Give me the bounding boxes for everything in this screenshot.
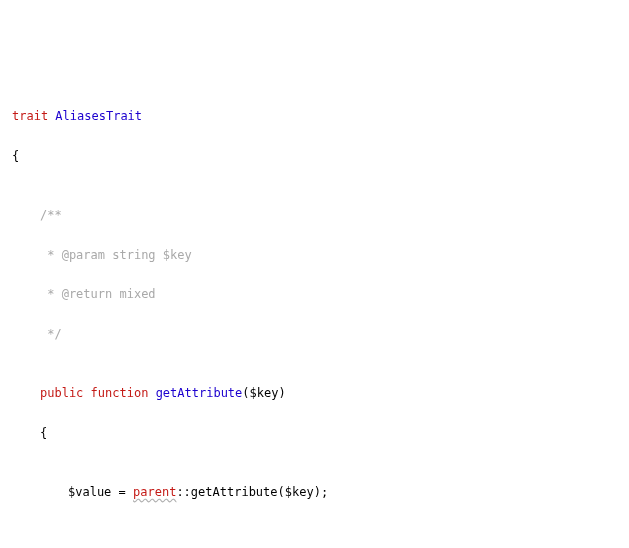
code-line: trait AliasesTrait	[12, 107, 617, 127]
kw-parent: parent	[133, 485, 176, 499]
fn-name: getAttribute	[156, 386, 243, 400]
doc-close: */	[12, 325, 617, 345]
kw-trait: trait	[12, 109, 48, 123]
stmt: $value = parent::getAttribute($key);	[12, 483, 617, 503]
dcolon: ::	[176, 485, 190, 499]
brace-open: {	[12, 147, 617, 167]
tail: ($key);	[278, 485, 329, 499]
assign: $value =	[68, 485, 133, 499]
doc-open: /**	[12, 206, 617, 226]
doc-param: * @param string $key	[12, 246, 617, 266]
doc-return: * @return mixed	[12, 285, 617, 305]
trait-name: AliasesTrait	[55, 109, 142, 123]
fn-params: ($key)	[242, 386, 285, 400]
kw-function: function	[91, 386, 149, 400]
blank-line	[12, 523, 617, 543]
kw-public: public	[40, 386, 83, 400]
call: getAttribute	[191, 485, 278, 499]
brace-open: {	[12, 424, 617, 444]
fn-sig: public function getAttribute($key)	[12, 384, 617, 404]
